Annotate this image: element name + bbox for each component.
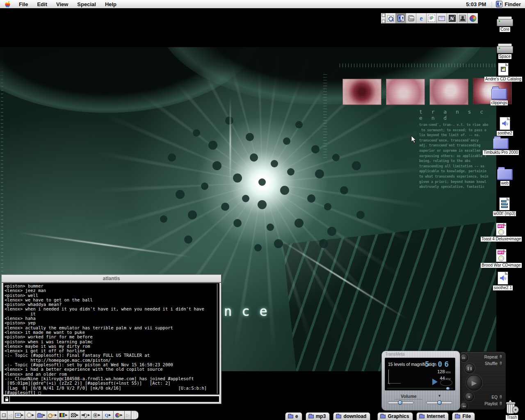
desktop-icon-w00t-mp3[interactable]: w00t! (mp3) <box>483 197 525 216</box>
volume-knob[interactable] <box>398 400 402 405</box>
launcher-mail-button[interactable] <box>437 13 447 23</box>
volume-slider[interactable] <box>388 401 414 404</box>
module-keychain[interactable]: ▶ <box>47 411 58 420</box>
sound-file-icon <box>498 272 508 285</box>
desktop-icon-space[interactable]: Space <box>491 43 519 59</box>
tab-mp3[interactable]: mp3 <box>306 412 330 420</box>
module-cd-audio[interactable]: ▶ <box>25 411 36 420</box>
control-strip-handle[interactable] <box>131 411 139 420</box>
tab-label: download <box>343 413 366 419</box>
launcher-file-hand-button[interactable] <box>406 13 416 23</box>
application-menu[interactable]: Finder <box>504 1 525 7</box>
desktop-icon-broodwar-image[interactable]: HFS Brood War CD•image <box>477 249 525 268</box>
launcher-spy-button[interactable] <box>457 13 468 23</box>
desktop-icon-toast-image[interactable]: HFS Toast 4 Deluxe•image <box>477 223 525 242</box>
toggle-pill[interactable] <box>499 401 502 406</box>
module-desktop-pattern[interactable]: ▶ <box>69 411 80 420</box>
eq-toggle[interactable]: EQ <box>492 395 502 399</box>
desktop-icon-soothe2[interactable]: soothe2 <box>486 117 523 136</box>
tab-e[interactable]: e <box>285 412 302 420</box>
shuffle-toggle[interactable]: Shuffle <box>485 361 502 366</box>
control-strip-collapse-box[interactable] <box>0 411 7 420</box>
wallpaper-ruler-vertical <box>323 72 327 158</box>
toggle-pill[interactable] <box>499 361 502 366</box>
bitrate-value: 128 <box>437 369 445 374</box>
menu-bar: File Edit View Special Help 5:03 PM Find… <box>0 0 525 9</box>
module-file-sharing[interactable]: ▶ <box>36 411 47 420</box>
menu-help[interactable]: Help <box>100 0 121 9</box>
module-web-sharing[interactable]: ▶ <box>114 411 125 420</box>
desktop-icon-timbuktu[interactable]: Timbuktu Pro 2000 <box>477 136 525 155</box>
desktop-icon-clippings[interactable]: clippings <box>477 86 522 105</box>
tab-graphics[interactable]: Graphics <box>377 412 413 420</box>
mail-icon <box>438 16 445 21</box>
chat-line: <lenox> when i needed it you didn't have… <box>5 307 218 311</box>
play-button[interactable]: ▶ <box>466 375 482 390</box>
control-strip: ◁ ▶ ▶ ▶ ▶ ▶ ▶ ▶ ▶ Q▶ ▶ ▷ <box>0 411 139 420</box>
module-color-depth[interactable]: ▶ <box>58 411 69 420</box>
module-sound-volume[interactable]: ▶ <box>80 411 91 420</box>
tab-download[interactable]: download <box>333 412 370 420</box>
apple-logo-icon <box>5 1 10 7</box>
previous-track-button[interactable]: ◂◂ <box>460 402 468 410</box>
balance-knob[interactable] <box>437 400 442 405</box>
seek-bar[interactable] <box>387 387 453 389</box>
sphere-icon <box>115 413 120 418</box>
chat-window-atlantis[interactable]: atlantis <piston> bummer <lenox> jeez ma… <box>1 274 221 404</box>
launcher-internet-explorer-button[interactable]: e <box>416 13 427 23</box>
module-monitor-resolution[interactable]: ▶ <box>14 411 25 420</box>
desktop-icon-web[interactable]: web <box>486 167 523 186</box>
seek-knob[interactable] <box>446 387 450 390</box>
launcher-stamp-button[interactable]: IP <box>427 13 437 23</box>
chat-line: it <box>5 312 218 316</box>
mp3-file-icon <box>499 197 510 210</box>
tab-internet[interactable]: Internet <box>416 412 449 420</box>
desktop-icon-soothe21[interactable]: soothe2.1 <box>483 272 523 290</box>
menu-edit[interactable]: Edit <box>32 0 52 9</box>
icon-label: w00t! (mp3) <box>493 211 516 216</box>
lock-icon <box>5 399 8 401</box>
menu-special[interactable]: Special <box>73 0 100 9</box>
hard-disk-icon <box>497 16 513 26</box>
control-strip-scroll-right[interactable]: ▷ <box>125 411 131 420</box>
chat-scrollbar[interactable] <box>217 284 217 394</box>
popup-arrow-icon: ▶ <box>21 413 23 417</box>
sherlock-search-icon <box>387 15 394 22</box>
pause-button[interactable]: ❚❚ <box>465 363 475 373</box>
desktop-icon-core[interactable]: Core <box>491 16 519 32</box>
palette-handle[interactable] <box>381 13 386 23</box>
control-strip-scroll-left[interactable]: ◁ <box>7 411 14 420</box>
flower-thumbnail <box>386 79 425 105</box>
chat-input-bar[interactable] <box>3 396 219 402</box>
trash-icon <box>505 401 519 414</box>
module-quicktime[interactable]: Q▶ <box>103 411 114 420</box>
module-sound-input[interactable]: ▶ <box>91 411 103 420</box>
cd-icon <box>498 256 504 261</box>
playlist-label: Playlist <box>484 402 498 406</box>
apple-menu[interactable] <box>0 0 14 9</box>
chat-window-title[interactable]: atlantis <box>2 275 221 283</box>
launcher-finder-button[interactable] <box>396 13 406 23</box>
repeat-toggle[interactable]: Repeat <box>484 354 502 359</box>
stop-button[interactable]: ■ <box>465 392 474 401</box>
tab-file[interactable]: File <box>452 412 475 420</box>
folder-icon <box>37 414 43 418</box>
popup-arrow-icon: ▶ <box>65 413 67 417</box>
launcher-n-app-button[interactable]: N <box>447 13 457 23</box>
menu-clock[interactable]: 5:03 PM <box>463 1 489 7</box>
toggle-pill[interactable] <box>499 354 502 359</box>
desktop-icon-cd-catalog[interactable]: Andre's CD Catalog <box>481 63 525 82</box>
menu-view[interactable]: View <box>52 0 73 9</box>
playlist-toggle[interactable]: Playlist <box>484 401 502 406</box>
icon-label: Core <box>500 27 510 32</box>
next-track-button[interactable]: ▸▸ <box>460 354 468 362</box>
launcher-sphere-button[interactable] <box>468 13 478 23</box>
icon-label: web <box>500 181 509 186</box>
toggle-pill[interactable] <box>499 395 502 399</box>
launcher-sherlock-button[interactable] <box>386 13 396 23</box>
menu-file[interactable]: File <box>14 0 32 9</box>
popup-window-tabs: e mp3 download Graphics Internet File <box>285 412 475 420</box>
balance-slider[interactable] <box>426 401 452 404</box>
tab-label: e <box>295 413 298 419</box>
folder-icon <box>288 415 293 418</box>
